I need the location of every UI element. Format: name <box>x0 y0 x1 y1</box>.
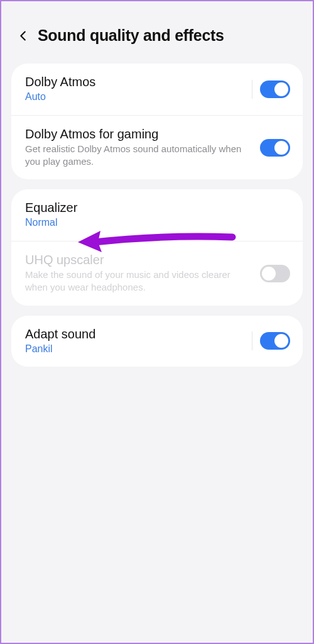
row-title: Dolby Atmos for gaming <box>25 127 252 142</box>
row-text: Dolby Atmos Auto <box>25 75 244 104</box>
back-icon[interactable] <box>16 29 30 43</box>
row-title: Dolby Atmos <box>25 75 244 89</box>
row-title: UHQ upscaler <box>25 253 252 267</box>
toggle-wrap <box>260 139 290 157</box>
row-text: Adapt sound Pankil <box>25 327 244 356</box>
settings-group: Dolby Atmos Auto Dolby Atmos for gaming … <box>11 64 303 179</box>
row-text: Equalizer Normal <box>25 201 290 230</box>
divider <box>252 331 252 350</box>
settings-group: Adapt sound Pankil <box>11 316 303 367</box>
divider <box>252 80 252 99</box>
uhq-upscaler-toggle <box>260 265 290 282</box>
row-sub: Normal <box>25 216 290 230</box>
dolby-atmos-gaming-toggle[interactable] <box>260 139 290 157</box>
row-uhq-upscaler: UHQ upscaler Make the sound of your musi… <box>11 241 303 306</box>
row-title: Equalizer <box>25 201 290 215</box>
adapt-sound-toggle[interactable] <box>260 332 290 350</box>
row-dolby-atmos[interactable]: Dolby Atmos Auto <box>11 64 303 115</box>
page-title: Sound quality and effects <box>38 26 224 45</box>
header: Sound quality and effects <box>11 15 303 64</box>
row-dolby-atmos-gaming[interactable]: Dolby Atmos for gaming Get realistic Dol… <box>11 115 303 180</box>
row-desc: Make the sound of your music and videos … <box>25 269 252 294</box>
row-equalizer[interactable]: Equalizer Normal <box>11 189 303 241</box>
toggle-wrap <box>252 331 290 350</box>
dolby-atmos-toggle[interactable] <box>260 80 290 98</box>
row-text: Dolby Atmos for gaming Get realistic Dol… <box>25 127 252 169</box>
row-title: Adapt sound <box>25 327 244 341</box>
row-adapt-sound[interactable]: Adapt sound Pankil <box>11 316 303 367</box>
row-desc: Get realistic Dolby Atmos sound automati… <box>25 143 252 169</box>
toggle-wrap <box>260 265 290 282</box>
row-sub: Pankil <box>25 343 244 356</box>
row-sub: Auto <box>25 91 244 104</box>
row-text: UHQ upscaler Make the sound of your musi… <box>25 253 252 294</box>
toggle-wrap <box>252 80 290 99</box>
settings-group: Equalizer Normal UHQ upscaler Make the s… <box>11 189 303 305</box>
